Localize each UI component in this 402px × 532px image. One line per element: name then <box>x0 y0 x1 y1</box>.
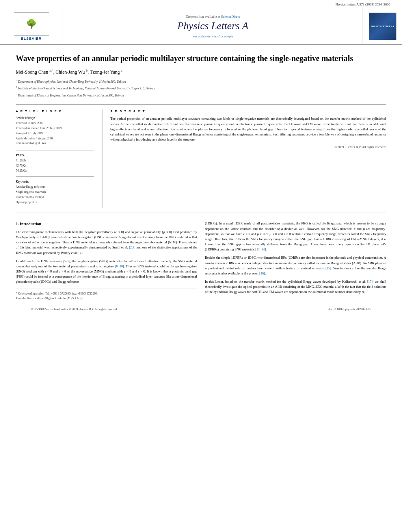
contents-line: Contents lists available at ScienceDirec… <box>186 15 240 19</box>
authors: Mei-Soong Chen a,*, Chien-Jang Wu b, Tzo… <box>16 69 386 75</box>
pacs-section: PACS: 41.20.Jb 42.70.Qs 74.25.Gz <box>16 154 94 173</box>
history-communicated: Communicated by R. Wu <box>16 141 94 146</box>
footer-license: 0375-9601/$ – see front matter © 2009 El… <box>32 308 117 311</box>
footnote-email: E-mail address: cathy.ep91g@nctu.edu.tw … <box>16 296 197 301</box>
body-col1-para1: The electromagnetic metamaterials with b… <box>16 230 197 256</box>
keyword-2: Single-negative materials <box>16 190 94 195</box>
journal-url: www.elsevier.com/locate/pla <box>192 34 233 38</box>
affiliations: a Department of Electrophysics, National… <box>16 78 386 98</box>
elsevier-logo: 🌳 ELSEVIER <box>14 12 49 41</box>
keyword-4: Optical properties <box>16 200 94 205</box>
copyright: © 2009 Elsevier B.V. All rights reserved… <box>110 145 386 149</box>
history-title: Article history: <box>16 116 94 120</box>
separator-2 <box>16 176 94 177</box>
section1-heading: 1. Introduction <box>16 221 197 227</box>
keywords-title: Keywords: <box>16 180 94 184</box>
affil-a: a Department of Electrophysics, National… <box>16 78 386 84</box>
abstract-text: The optical properties of an annular per… <box>110 116 386 142</box>
body-col-right: (1DBRs). In a usual 1DBR made of all pos… <box>205 221 386 300</box>
article-title: Wave properties of an annular periodic m… <box>16 53 386 63</box>
pacs-1: 41.20.Jb <box>16 158 94 163</box>
keyword-3: Transfer matrix method <box>16 195 94 200</box>
header-area: 🌳 ELSEVIER Contents lists available at S… <box>0 8 402 45</box>
sciencedirect-link[interactable]: ScienceDirect <box>221 15 240 19</box>
abstract-title: A B S T R A C T <box>110 109 386 113</box>
body-col2-para2: Besides the simple 1DPBRs or 1DPC, two-d… <box>205 255 386 276</box>
footer-doi: doi:10.1016/j.physleta.2009.07.075 <box>329 308 370 311</box>
history-received: Received 11 June 2009 <box>16 121 94 126</box>
footnote-star: * Corresponding author. Tel.: +886 3 572… <box>16 291 197 296</box>
history-accepted: Accepted 27 July 2009 <box>16 131 94 136</box>
header-left: 🌳 ELSEVIER <box>0 8 63 44</box>
header-center: Contents lists available at ScienceDirec… <box>63 8 363 44</box>
article-info: A R T I C L E I N F O Article history: R… <box>16 109 102 208</box>
pacs-3: 74.25.Gz <box>16 169 94 174</box>
keywords-section: Keywords: Annular Bragg reflectors Singl… <box>16 180 94 205</box>
keyword-list: Annular Bragg reflectors Single-negative… <box>16 185 94 205</box>
article-history: Article history: Received 11 June 2009 R… <box>16 116 94 146</box>
journal-title: Physics Letters A <box>177 20 248 32</box>
contents-text: Contents lists available at <box>186 15 221 19</box>
body-col2-para3: In this Letter, based on the transfer ma… <box>205 279 386 295</box>
footnotes: * Corresponding author. Tel.: +886 3 572… <box>16 289 197 301</box>
info-abstract: A R T I C L E I N F O Article history: R… <box>16 104 386 213</box>
article-info-title: A R T I C L E I N F O <box>16 109 94 113</box>
pacs-values: 41.20.Jb 42.70.Qs 74.25.Gz <box>16 158 94 173</box>
body-col-left: 1. Introduction The electromagnetic meta… <box>16 221 197 300</box>
page-container: Physics Letters A 373 (2009) 3594–3600 🌳… <box>0 0 402 532</box>
history-items: Received 11 June 2009 Received in revise… <box>16 121 94 146</box>
body-col1-para2: In addition to the DNG materials [5–7], … <box>16 259 197 285</box>
history-online: Available online 4 August 2009 <box>16 136 94 141</box>
journal-thumbnail: PHYSICS LETTERS A <box>369 13 396 40</box>
thumb-title: PHYSICS LETTERS A <box>371 25 394 28</box>
abstract-section: A B S T R A C T The optical properties o… <box>102 109 386 208</box>
elsevier-wordmark: ELSEVIER <box>14 37 49 41</box>
affil-b: b Institute of Electro-Optical Science a… <box>16 85 386 91</box>
affil-c: c Department of Electrical Engineering, … <box>16 92 386 98</box>
separator-1 <box>16 150 94 150</box>
tree-icon: 🌳 <box>26 20 37 28</box>
footer-bar: 0375-9601/$ – see front matter © 2009 El… <box>16 305 386 313</box>
body-col2-para1: (1DBRs). In a usual 1DBR made of all pos… <box>205 221 386 252</box>
history-revised: Received in revised form 23 July 2009 <box>16 126 94 131</box>
journal-citation: Physics Letters A 373 (2009) 3594–3600 <box>335 2 390 6</box>
main-content: Wave properties of an annular periodic m… <box>0 45 402 321</box>
journal-line: Physics Letters A 373 (2009) 3594–3600 <box>0 0 402 8</box>
keyword-1: Annular Bragg reflectors <box>16 185 94 190</box>
pacs-title: PACS: <box>16 154 94 157</box>
body-columns: 1. Introduction The electromagnetic meta… <box>16 221 386 300</box>
logo-box: 🌳 <box>14 12 49 36</box>
header-right: PHYSICS LETTERS A <box>363 8 402 44</box>
pacs-2: 42.70.Qs <box>16 163 94 169</box>
